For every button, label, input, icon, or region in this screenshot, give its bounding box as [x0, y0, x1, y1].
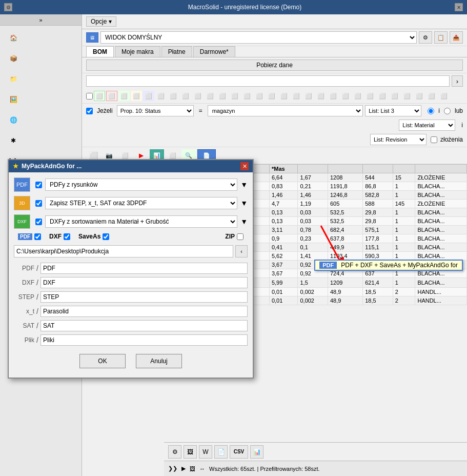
subfolder-sat-input[interactable] [40, 320, 248, 331]
filter-icon-25[interactable]: ⬜ [389, 91, 400, 101]
condition-prop-1[interactable]: Prop. 10: Status [117, 105, 194, 116]
condition-list-1[interactable]: List: List 3 [365, 105, 421, 116]
dialog-path-browse-btn[interactable]: ‹ [235, 245, 248, 257]
subfolder-step-input[interactable] [40, 291, 248, 303]
format-pdf: PDF [18, 233, 41, 240]
filter-icon-1[interactable]: ⬜ [94, 91, 105, 101]
filter-icon-12[interactable]: ⬜ [229, 91, 240, 101]
dialog-row-icon-3: DXF [14, 214, 30, 229]
radio-i-label-1: i [438, 107, 440, 114]
bt-w-icon[interactable]: W [199, 445, 212, 459]
filter-icon-22[interactable]: ⬜ [352, 91, 363, 101]
filter-icon-28[interactable]: ⬜ [426, 91, 437, 101]
bt-settings-icon[interactable]: ⚙ [168, 445, 181, 459]
filter-icon-26[interactable]: ⬜ [401, 91, 413, 101]
format-pdf-check[interactable] [34, 233, 41, 240]
filter-checkbox[interactable] [86, 93, 93, 100]
radio-lub-1[interactable] [444, 108, 451, 114]
fetch-btn[interactable]: Pobierz dane [86, 60, 463, 71]
view-settings-btn[interactable]: ⚙ [419, 31, 432, 44]
condition-zl-check[interactable] [431, 136, 437, 143]
condition-check-1[interactable] [86, 108, 93, 114]
close-btn[interactable]: ✕ [455, 3, 463, 11]
sidebar-icon-package[interactable]: 📦 [3, 49, 24, 68]
dialog-close-btn[interactable]: ✕ [240, 162, 249, 170]
tab-moje-makra[interactable]: Moje makra [115, 46, 160, 57]
search-input[interactable] [86, 75, 450, 87]
dialog-path-input[interactable] [14, 245, 233, 257]
subfolder-plik-input[interactable] [40, 334, 248, 346]
subfolder-dxf-slash: / [36, 279, 38, 287]
subfolder-pdf-input[interactable] [40, 263, 248, 274]
filter-icon-4[interactable]: ⬜ [131, 91, 142, 101]
filter-icon-10[interactable]: ⬜ [205, 91, 216, 101]
filter-icon-21[interactable]: ⬜ [340, 91, 351, 101]
view-copy-btn[interactable]: 📋 [434, 31, 448, 44]
sidebar-icon-image[interactable]: 🖼️ [3, 90, 24, 109]
dialog-dropdown-1[interactable]: ▼ [240, 181, 248, 189]
filter-icon-9[interactable]: ⬜ [192, 91, 204, 101]
dialog-ok-btn[interactable]: OK [79, 354, 126, 368]
sidebar-icons: 🏠 📦 📁 🖼️ 🌐 ✱ ❯❯ [0, 26, 82, 173]
sidebar-icon-star[interactable]: ✱ [3, 131, 24, 150]
options-btn[interactable]: Opcje ▾ [86, 16, 116, 27]
bt-doc-icon[interactable]: 📄 [214, 445, 228, 459]
filter-icon-17[interactable]: ⬜ [291, 91, 302, 101]
dialog-select-1[interactable]: PDFy z rysunków [45, 179, 237, 191]
sidebar-expand-btn[interactable]: » [0, 14, 82, 26]
dialog-dropdown-2[interactable]: ▼ [240, 199, 248, 207]
dialog-check-2[interactable] [35, 200, 42, 207]
filter-icon-27[interactable]: ⬜ [414, 91, 425, 101]
filter-icon-8[interactable]: ⬜ [180, 91, 191, 101]
filter-icon-29[interactable]: ⬜ [438, 91, 450, 101]
filter-icon-23[interactable]: ⬜ [364, 91, 376, 101]
dialog-check-3[interactable] [35, 219, 42, 225]
filter-icon-18[interactable]: ⬜ [303, 91, 314, 101]
bt-chart-icon[interactable]: 📊 [250, 445, 263, 459]
filter-icon-3[interactable]: ⬜ [118, 91, 130, 101]
filter-icon-6[interactable]: ⬜ [155, 91, 167, 101]
filter-icon-16[interactable]: ⬜ [278, 91, 290, 101]
filter-icon-20[interactable]: ⬜ [328, 91, 339, 101]
condition-list-2[interactable]: List: Material [399, 120, 455, 131]
condition-row-1: Jeżeli Prop. 10: Status = magazyn List: … [82, 104, 467, 118]
search-btn[interactable]: › [452, 75, 463, 87]
filter-icon-5[interactable]: ⬜ [143, 91, 154, 101]
sidebar-icon-home[interactable]: 🏠 [3, 29, 24, 47]
filter-icon-2[interactable]: ⬜ [106, 91, 117, 101]
tab-darmowe[interactable]: Darmowe* [193, 46, 235, 57]
filter-icon-7[interactable]: ⬜ [168, 91, 179, 101]
subfolder-dxf: DXF / [14, 277, 248, 288]
app-title: MacroSolid - unregistered license (Demo) [35, 4, 455, 11]
dialog-select-2[interactable]: Zapisz STEP, x_t, SAT oraz 3DPDF [45, 197, 237, 209]
sidebar-icon-web[interactable]: 🌐 [3, 111, 24, 129]
format-saveas-check[interactable] [103, 233, 109, 240]
filter-icon-15[interactable]: ⬜ [266, 91, 277, 101]
filter-icon-24[interactable]: ⬜ [377, 91, 388, 101]
condition-list-3[interactable]: List: Revision [370, 134, 427, 145]
dialog-select-3[interactable]: DXFy z sortowaniem na Materiał + Grubość [45, 215, 237, 228]
view-dropdown[interactable]: WIDOK DOMYŚLNY [100, 31, 417, 44]
bt-csv-btn[interactable]: CSV [230, 445, 248, 459]
format-dxf-check[interactable] [64, 233, 70, 240]
filter-icon-14[interactable]: ⬜ [254, 91, 265, 101]
dialog-title-bar: ★ MyPackAdnGo for ... ✕ [9, 160, 253, 172]
filter-icon-13[interactable]: ⬜ [241, 91, 253, 101]
subfolder-dxf-input[interactable] [40, 277, 248, 288]
sidebar-icon-folder[interactable]: 📁 [3, 70, 24, 88]
dialog-check-1[interactable] [35, 182, 42, 188]
subfolder-xt-input[interactable] [40, 306, 248, 317]
tab-platne[interactable]: Płatne [161, 46, 192, 57]
settings-icon[interactable]: ⚙ [4, 3, 12, 11]
filter-icon-19[interactable]: ⬜ [315, 91, 327, 101]
format-zip-check[interactable] [237, 233, 243, 240]
dialog-cancel-btn[interactable]: Anuluj [136, 354, 182, 368]
tab-bom[interactable]: BOM [86, 46, 114, 57]
filter-icon-11[interactable]: ⬜ [217, 91, 228, 101]
radio-i-1[interactable] [428, 108, 434, 114]
bt-view-icon[interactable]: 🖼 [184, 445, 197, 459]
view-export-btn[interactable]: 📤 [450, 31, 463, 44]
condition-value-1[interactable]: magazyn [208, 105, 363, 116]
dialog-dropdown-3[interactable]: ▼ [240, 217, 248, 226]
bottom-toolbar: ⚙ 🖼 W 📄 CSV 📊 [164, 442, 467, 461]
